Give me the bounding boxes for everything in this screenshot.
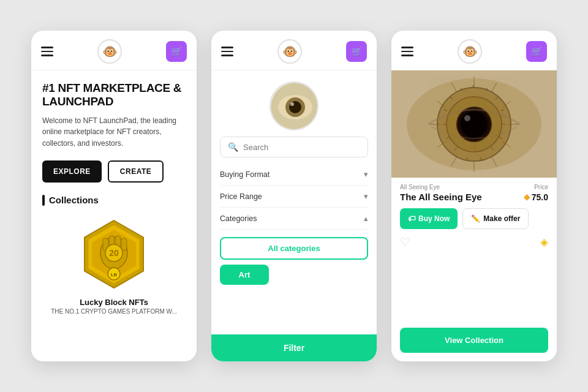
nft-action-row: 🏷 Buy Now ✏️ Make offer	[400, 208, 548, 229]
nft-bottom-row: ♡ ◈	[400, 235, 548, 249]
heart-icon[interactable]: ♡	[400, 235, 410, 249]
chevron-up-icon-categories: ▴	[364, 214, 368, 223]
logo: 🐵	[97, 39, 122, 64]
eye-image	[270, 81, 318, 130]
nft-preview-eye	[211, 70, 377, 137]
hamburger-menu[interactable]	[41, 47, 53, 56]
categories-body: All categories Art	[211, 230, 377, 334]
nft-name-row: The All Seeing Eye ◆ 75.0	[400, 192, 548, 202]
nft-meta-row: All Seeing Eye Price	[400, 184, 548, 190]
cart-button-2[interactable]: 🛒	[346, 41, 367, 62]
collection-name: Lucky Block NFTs	[80, 298, 148, 307]
phone2-content: 🔍 Buying Format ▾ Price Range ▾ Categori…	[211, 70, 377, 361]
phone2-header: 🐵 🛒	[211, 31, 377, 70]
binance-icon: ◈	[540, 236, 548, 249]
pencil-icon: ✏️	[471, 214, 480, 223]
price-range-label: Price Range	[220, 192, 262, 201]
phone-2: 🐵 🛒 🔍 Buying For	[211, 31, 377, 361]
nft-collection-label: All Seeing Eye	[400, 184, 440, 190]
chevron-down-icon-buying: ▾	[364, 170, 368, 179]
phone-1: 🐵 🛒 #1 NFT MARKETPLACE & LAUNCHPAD Welco…	[31, 31, 197, 361]
make-offer-button[interactable]: ✏️ Make offer	[462, 208, 529, 229]
art-category-button[interactable]: Art	[220, 265, 269, 285]
cart-button[interactable]: 🛒	[166, 41, 187, 62]
nft-name: The All Seeing Eye	[400, 192, 482, 202]
logo-2: 🐵	[277, 39, 302, 64]
filter-apply-button[interactable]: Filter	[211, 334, 377, 361]
hamburger-menu-3[interactable]	[401, 47, 413, 56]
chevron-down-icon-price: ▾	[364, 192, 368, 201]
search-input[interactable]	[243, 143, 360, 152]
svg-point-16	[290, 102, 294, 106]
tag-icon: 🏷	[408, 214, 415, 223]
svg-point-41	[464, 115, 470, 121]
create-button[interactable]: CREATE	[108, 160, 164, 183]
categories-label: Categories	[220, 214, 257, 223]
phone-3: 🐵 🛒	[391, 31, 557, 361]
phone1-content: #1 NFT MARKETPLACE & LAUNCHPAD Welcome t…	[31, 70, 197, 361]
svg-text:LB: LB	[111, 272, 118, 277]
nft-eye-image	[391, 70, 557, 178]
hero-title: #1 NFT MARKETPLACE & LAUNCHPAD	[42, 81, 186, 109]
hero-description: Welcome to NFT LaunchPad, the leading on…	[42, 115, 186, 149]
search-bar[interactable]: 🔍	[220, 137, 368, 157]
cta-button-row: EXPLORE CREATE	[42, 160, 186, 183]
phone1-header: 🐵 🛒	[31, 31, 197, 70]
collections-title: Collections	[42, 195, 186, 206]
categories-section: Categories ▴ All categories Art	[211, 208, 377, 334]
phone3-header: 🐵 🛒	[391, 31, 557, 70]
search-icon: 🔍	[228, 142, 238, 152]
buying-format-label: Buying Format	[220, 170, 270, 179]
hamburger-menu-2[interactable]	[221, 47, 233, 56]
categories-header[interactable]: Categories ▴	[220, 208, 368, 230]
eth-diamond-icon: ◆	[524, 192, 530, 202]
all-seeing-eye-svg	[391, 70, 557, 178]
price-range-filter[interactable]: Price Range ▾	[220, 186, 368, 208]
collection-sub: THE NO.1 CRYPTO GAMES PLATFORM W...	[51, 308, 177, 315]
lucky-block-nft-image: 20 LB	[77, 217, 151, 291]
nft-price-value: ◆ 75.0	[524, 192, 548, 202]
phone3-content: All Seeing Eye Price The All Seeing Eye …	[391, 70, 557, 361]
cart-button-3[interactable]: 🛒	[526, 41, 547, 62]
nft-info: All Seeing Eye Price The All Seeing Eye …	[391, 178, 557, 328]
svg-rect-7	[121, 238, 127, 251]
explore-button[interactable]: EXPLORE	[42, 160, 102, 183]
nft-price-label: Price	[534, 184, 548, 190]
view-collection-button[interactable]: View Collection	[400, 328, 548, 353]
svg-text:20: 20	[109, 248, 119, 258]
collection-image: 20 LB	[74, 214, 154, 294]
nft-price-number: 75.0	[532, 192, 548, 202]
buying-format-filter[interactable]: Buying Format ▾	[220, 164, 368, 186]
all-categories-button[interactable]: All categories	[220, 237, 368, 260]
collection-card: 20 LB Lucky Block NFTs THE NO.1 CRYPTO G…	[42, 214, 186, 315]
svg-point-40	[461, 111, 488, 138]
buy-now-button[interactable]: 🏷 Buy Now	[400, 208, 458, 229]
logo-3: 🐵	[458, 39, 482, 64]
